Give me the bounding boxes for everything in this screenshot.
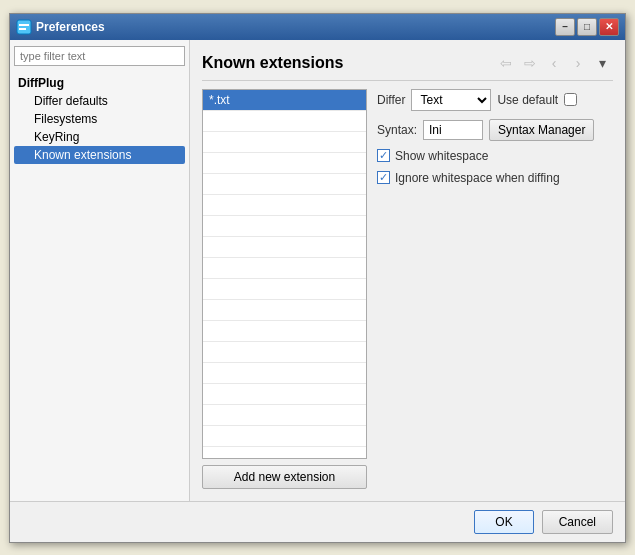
list-item[interactable]: [203, 363, 366, 384]
back-button[interactable]: ⇦: [495, 52, 517, 74]
title-bar: Preferences – □ ✕: [10, 14, 625, 40]
show-whitespace-row[interactable]: Show whitespace: [377, 149, 613, 163]
extensions-list[interactable]: *.txt: [202, 89, 367, 459]
list-item[interactable]: [203, 384, 366, 405]
ignore-whitespace-checkbox[interactable]: [377, 171, 390, 184]
forward-button[interactable]: ⇨: [519, 52, 541, 74]
page-title: Known extensions: [202, 54, 343, 72]
list-item[interactable]: [203, 342, 366, 363]
list-item[interactable]: [203, 258, 366, 279]
list-item[interactable]: [203, 153, 366, 174]
use-default-label: Use default: [497, 93, 558, 107]
sidebar-item-known-extensions[interactable]: Known extensions: [14, 146, 185, 164]
svg-rect-2: [19, 28, 26, 30]
dropdown-button[interactable]: ▾: [591, 52, 613, 74]
list-item[interactable]: [203, 300, 366, 321]
show-whitespace-label: Show whitespace: [395, 149, 488, 163]
filter-input[interactable]: [14, 46, 185, 66]
panel-body: *.txt: [202, 89, 613, 489]
list-item[interactable]: [203, 174, 366, 195]
differ-row: Differ Text Binary Image Use default: [377, 89, 613, 111]
list-item[interactable]: [203, 237, 366, 258]
list-item[interactable]: [203, 426, 366, 447]
use-default-checkbox[interactable]: [564, 93, 577, 106]
ignore-whitespace-label: Ignore whitespace when diffing: [395, 171, 560, 185]
toolbar: ⇦ ⇨ ‹ › ▾: [495, 52, 613, 74]
show-whitespace-checkbox[interactable]: [377, 149, 390, 162]
preferences-window: Preferences – □ ✕ DiffPlug Differ defaul…: [9, 13, 626, 543]
sidebar-item-keyring[interactable]: KeyRing: [14, 128, 185, 146]
list-item[interactable]: [203, 279, 366, 300]
minimize-button[interactable]: –: [555, 18, 575, 36]
list-item[interactable]: [203, 195, 366, 216]
sidebar-item-filesystems[interactable]: Filesystems: [14, 110, 185, 128]
ok-button[interactable]: OK: [474, 510, 533, 534]
window-title: Preferences: [36, 20, 555, 34]
sidebar: DiffPlug Differ defaults Filesystems Key…: [10, 40, 190, 501]
svg-rect-0: [17, 20, 31, 34]
differ-select[interactable]: Text Binary Image: [411, 89, 491, 111]
sidebar-item-diffplug[interactable]: DiffPlug: [14, 74, 185, 92]
list-item[interactable]: [203, 132, 366, 153]
syntax-manager-button[interactable]: Syntax Manager: [489, 119, 594, 141]
list-item[interactable]: [203, 321, 366, 342]
bottom-bar: OK Cancel: [10, 501, 625, 542]
sidebar-item-differ-defaults[interactable]: Differ defaults: [14, 92, 185, 110]
list-item[interactable]: [203, 111, 366, 132]
main-panel: Known extensions ⇦ ⇨ ‹ › ▾ *.txt: [190, 40, 625, 501]
maximize-button[interactable]: □: [577, 18, 597, 36]
window-controls: – □ ✕: [555, 18, 619, 36]
differ-label: Differ: [377, 93, 405, 107]
right-panel: Differ Text Binary Image Use default Syn…: [377, 89, 613, 489]
add-extension-button[interactable]: Add new extension: [202, 465, 367, 489]
next-button[interactable]: ›: [567, 52, 589, 74]
window-icon: [16, 19, 32, 35]
cancel-button[interactable]: Cancel: [542, 510, 613, 534]
left-panel: *.txt: [202, 89, 367, 489]
syntax-input[interactable]: [423, 120, 483, 140]
prev-button[interactable]: ‹: [543, 52, 565, 74]
content-area: DiffPlug Differ defaults Filesystems Key…: [10, 40, 625, 501]
list-item[interactable]: [203, 405, 366, 426]
ignore-whitespace-row[interactable]: Ignore whitespace when diffing: [377, 171, 613, 185]
close-button[interactable]: ✕: [599, 18, 619, 36]
list-item[interactable]: *.txt: [203, 90, 366, 111]
syntax-row: Syntax: Syntax Manager: [377, 119, 613, 141]
list-item[interactable]: [203, 216, 366, 237]
syntax-label: Syntax:: [377, 123, 417, 137]
svg-rect-1: [19, 24, 29, 26]
